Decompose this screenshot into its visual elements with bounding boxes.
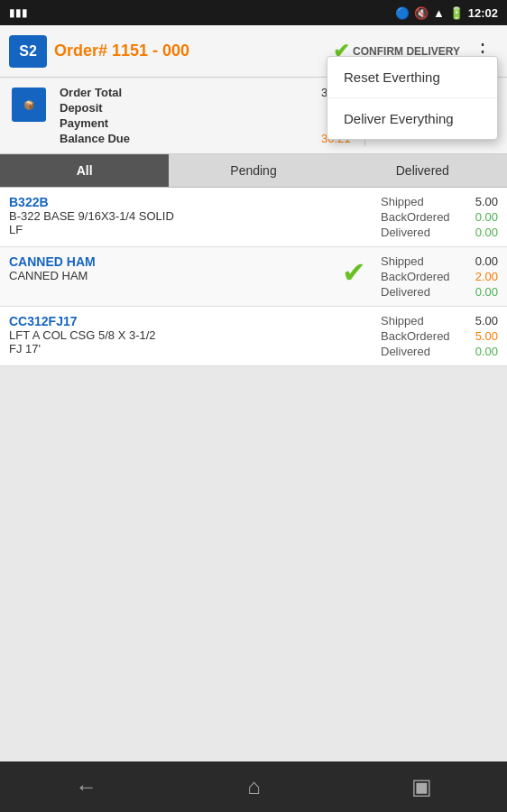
home-button[interactable]: ⌂ [229,767,279,807]
item-code: CANNED HAM [9,254,327,269]
signal-icon: ▮▮▮ [9,6,28,19]
payment-label: Payment [58,115,262,131]
item-stats: Shipped 0.00 BackOrdered 2.00 Delivered … [381,254,498,299]
delivered-value: 0.00 [475,226,498,239]
backordered-label: BackOrdered [381,210,450,224]
delivered-value: 0.00 [475,345,498,358]
shipped-row: Shipped 5.00 [381,314,498,328]
status-left: ▮▮▮ [9,6,28,19]
bluetooth-icon: 🔵 [395,6,410,20]
item-stats: Shipped 5.00 BackOrdered 0.00 Delivered … [381,195,498,239]
item-desc2: LF [9,223,373,236]
dropdown-item-deliver[interactable]: Deliver Everything [327,98,497,139]
shipped-label: Shipped [381,195,424,208]
items-list: B322B B-322 BASE 9/16X3-1/4 SOLID LF Shi… [0,188,507,366]
battery-icon: 🔋 [449,6,464,20]
tab-delivered[interactable]: Delivered [338,154,507,187]
delivered-label: Delivered [381,345,430,358]
shipped-row: Shipped 0.00 [381,254,498,268]
order-title: Order# 1151 - 000 [54,42,326,60]
deposit-label: Deposit [58,100,262,115]
clock: 12:02 [468,6,498,20]
tabs-bar: All Pending Delivered [0,154,507,188]
order-total-label: Order Total [58,85,262,100]
order-icon: 📦 [9,85,49,125]
status-right: 🔵 🔇 ▲ 🔋 12:02 [395,6,498,20]
item-desc2: FJ 17' [9,342,373,355]
shipped-value: 5.00 [475,195,498,208]
wifi-icon: ▲ [433,6,445,20]
bottom-navigation: ← ⌂ ▣ [0,761,507,812]
list-item: B322B B-322 BASE 9/16X3-1/4 SOLID LF Shi… [0,188,507,247]
shipped-label: Shipped [381,314,424,328]
list-item: CC312FJ17 LFT A COL CSG 5/8 X 3-1/2 FJ 1… [0,307,507,366]
shipped-label: Shipped [381,254,424,268]
mute-icon: 🔇 [414,6,429,20]
item-details: CANNED HAM CANNED HAM [9,254,327,282]
recent-apps-button[interactable]: ▣ [393,767,450,807]
item-desc1: B-322 BASE 9/16X3-1/4 SOLID [9,209,373,223]
back-button[interactable]: ← [57,767,115,807]
delivered-check-icon: ✔ [335,254,373,291]
app-logo [9,35,47,68]
backordered-value: 2.00 [475,270,498,283]
shipped-value: 0.00 [475,254,498,268]
dropdown-menu: Reset Everthing Deliver Everything [327,56,498,140]
dropdown-item-reset[interactable]: Reset Everthing [327,57,497,98]
delivered-row: Delivered 0.00 [381,345,498,358]
item-code: B322B [9,195,373,209]
item-details: CC312FJ17 LFT A COL CSG 5/8 X 3-1/2 FJ 1… [9,314,373,355]
item-code: CC312FJ17 [9,314,373,328]
delivered-label: Delivered [381,226,430,239]
backordered-row: BackOrdered 5.00 [381,329,498,343]
item-desc1: CANNED HAM [9,269,327,282]
backordered-label: BackOrdered [381,270,450,283]
delivered-row: Delivered 0.00 [381,226,498,239]
order-box-icon: 📦 [12,88,46,122]
shipped-value: 5.00 [475,314,498,328]
backordered-row: BackOrdered 0.00 [381,210,498,224]
shipped-row: Shipped 5.00 [381,195,498,208]
status-bar: ▮▮▮ 🔵 🔇 ▲ 🔋 12:02 [0,0,507,25]
backordered-label: BackOrdered [381,329,450,343]
backordered-row: BackOrdered 2.00 [381,270,498,283]
tab-pending[interactable]: Pending [169,154,337,187]
list-item: CANNED HAM CANNED HAM ✔ Shipped 0.00 Bac… [0,247,507,307]
item-stats: Shipped 5.00 BackOrdered 5.00 Delivered … [381,314,498,358]
item-desc1: LFT A COL CSG 5/8 X 3-1/2 [9,328,373,342]
item-details: B322B B-322 BASE 9/16X3-1/4 SOLID LF [9,195,373,236]
delivered-row: Delivered 0.00 [381,285,498,299]
delivered-label: Delivered [381,285,430,299]
backordered-value: 0.00 [475,210,498,224]
delivered-value: 0.00 [475,285,498,299]
tab-all[interactable]: All [0,154,169,187]
balance-due-label: Balance Due [58,131,262,146]
backordered-value: 5.00 [475,329,498,343]
order-totals: Order Total 30.21 Deposit 0.00 Payment 0… [58,85,352,146]
